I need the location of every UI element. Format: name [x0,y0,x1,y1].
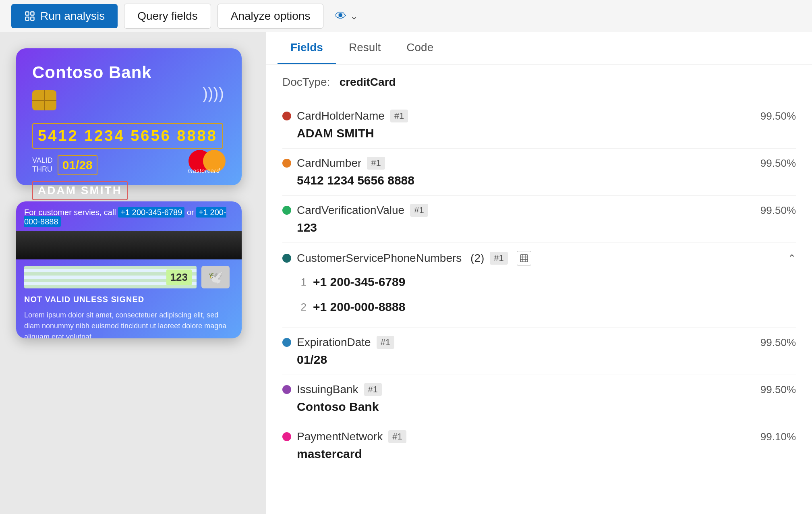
field-dot-cardnumber [282,159,291,168]
not-valid-text: NOT VALID UNLESS SIGNED [24,295,234,304]
lorem-text: Lorem ipsum dolor sit amet, consectetuer… [16,306,242,338]
eye-icon: 👁 [335,9,347,23]
field-dot-cvv [282,206,291,215]
field-value-expdate: 01/28 [282,353,796,367]
card-chip [32,90,56,110]
field-count-phones: (2) [467,252,484,265]
field-header: IssuingBank #1 99.50% [282,383,796,396]
card-front: Contoso Bank )))) 5412 1234 5656 8888 VA… [16,48,242,185]
svg-rect-0 [26,12,29,15]
table-icon [517,251,531,265]
field-confidence-cardnumber: 99.50% [760,157,796,170]
field-value-issuingbank: Contoso Bank [282,400,796,414]
svg-rect-2 [26,17,29,20]
field-item-cvv: CardVerificationValue #1 99.50% 123 [282,196,796,243]
field-confidence-expdate: 99.50% [760,336,796,349]
run-analysis-button[interactable]: Run analysis [11,4,118,28]
magnetic-stripe [16,231,242,259]
field-header: ExpirationDate #1 99.50% [282,336,796,349]
field-confidence-cvv: 99.50% [760,204,796,217]
field-badge-issuingbank: #1 [364,383,382,396]
field-item-cardholdername: CardHolderName #1 99.50% ADAM SMITH [282,102,796,149]
field-name-cardholdername: CardHolderName [297,110,385,122]
main-layout: Contoso Bank )))) 5412 1234 5656 8888 VA… [0,32,812,514]
field-header: CardVerificationValue #1 99.50% [282,204,796,217]
field-item-cardnumber: CardNumber #1 99.50% 5412 1234 5656 8888 [282,149,796,196]
field-confidence-cardholdername: 99.50% [760,110,796,122]
svg-rect-1 [31,12,34,15]
svg-rect-3 [31,17,34,20]
card-holder-name: ADAM SMITH [32,181,128,200]
signature-stripe: 123 [24,266,197,288]
field-name-paymentnetwork: PaymentNetwork [297,430,383,443]
field-item-paymentnetwork: PaymentNetwork #1 99.10% mastercard [282,422,796,469]
field-badge-cardholdername: #1 [390,110,408,122]
field-item-phones: CustomerServicePhoneNumbers (2) #1 [282,243,796,328]
field-value-paymentnetwork: mastercard [282,447,796,461]
tabs-bar: Fields Result Code [266,32,812,64]
field-name-issuingbank: IssuingBank [297,383,358,396]
card-back: For customer servies, call +1 200-345-67… [16,201,242,338]
field-value-cardholdername: ADAM SMITH [282,126,796,140]
tab-code[interactable]: Code [394,32,446,64]
logo-placeholder: 🕊️ [201,266,230,288]
doctype-row: DocType: creditCard [282,76,796,89]
field-dot-cardholdername [282,112,291,120]
fields-content: DocType: creditCard CardHolderName #1 99… [266,64,812,514]
field-left: CardHolderName #1 [282,110,408,122]
field-left: CardVerificationValue #1 [282,204,428,217]
phone-item-2: 2 +1 200-000-8888 [297,294,796,319]
phone-sub-items: 1 +1 200-345-6789 2 +1 200-000-8888 [282,269,796,319]
field-name-phones: CustomerServicePhoneNumbers [297,252,462,265]
field-name-expdate: ExpirationDate [297,336,371,349]
field-left: CardNumber #1 [282,157,385,170]
field-dot-paymentnetwork [282,432,291,441]
field-value-cardnumber: 5412 1234 5656 8888 [282,174,796,187]
analyze-options-button[interactable]: Analyze options [218,4,324,29]
field-header: CardNumber #1 99.50% [282,157,796,170]
phone-value-1: +1 200-345-6789 [313,275,405,289]
field-dot-issuingbank [282,385,291,394]
field-badge-expdate: #1 [377,336,394,349]
right-panel: Fields Result Code DocType: creditCard C… [266,32,812,514]
field-badge-phones: #1 [490,252,508,265]
document-preview-panel: Contoso Bank )))) 5412 1234 5656 8888 VA… [0,32,266,514]
mc-label: mastercard [184,168,224,174]
contactless-icon: )))) [203,85,224,103]
collapse-phones-button[interactable]: ⌃ [788,253,796,264]
doctype-value: creditCard [340,76,396,88]
field-left: PaymentNetwork #1 [282,430,406,443]
card-back-logo: 🕊️ [201,266,234,288]
query-fields-button[interactable]: Query fields [124,4,211,29]
card-back-service-text: For customer servies, call [24,208,116,217]
card-back-header: For customer servies, call +1 200-345-67… [16,201,242,230]
field-badge-cvv: #1 [410,204,428,217]
phone-index-1: 1 [297,276,307,288]
phone-value-2: +1 200-000-8888 [313,300,405,314]
field-dot-phones [282,254,291,263]
field-left: IssuingBank #1 [282,383,382,396]
phone-index-2: 2 [297,301,307,313]
field-confidence-issuingbank: 99.50% [760,383,796,396]
view-toggle[interactable]: 👁 ⌄ [335,9,358,23]
field-header: CardHolderName #1 99.50% [282,110,796,122]
phone-item-1: 1 +1 200-345-6789 [297,269,796,294]
card-valid-label: VALIDTHRU [32,156,53,174]
field-confidence-paymentnetwork: 99.10% [760,431,796,443]
field-left: CustomerServicePhoneNumbers (2) #1 [282,251,531,265]
cvv-value: 123 [166,269,192,285]
tab-result[interactable]: Result [336,32,394,64]
field-left: ExpirationDate #1 [282,336,394,349]
or-text: or [187,208,196,217]
field-header: PaymentNetwork #1 99.10% [282,430,796,443]
field-name-cvv: CardVerificationValue [297,204,404,217]
field-item-issuingbank: IssuingBank #1 99.50% Contoso Bank [282,375,796,422]
card-bank-name: Contoso Bank [32,63,226,82]
svg-rect-4 [520,255,528,262]
doctype-label: DocType: [282,76,330,88]
signature-area: 123 🕊️ [24,266,234,288]
field-name-cardnumber: CardNumber [297,157,361,170]
tab-fields[interactable]: Fields [278,32,336,64]
field-dot-expdate [282,338,291,347]
field-item-expdate: ExpirationDate #1 99.50% 01/28 [282,328,796,375]
